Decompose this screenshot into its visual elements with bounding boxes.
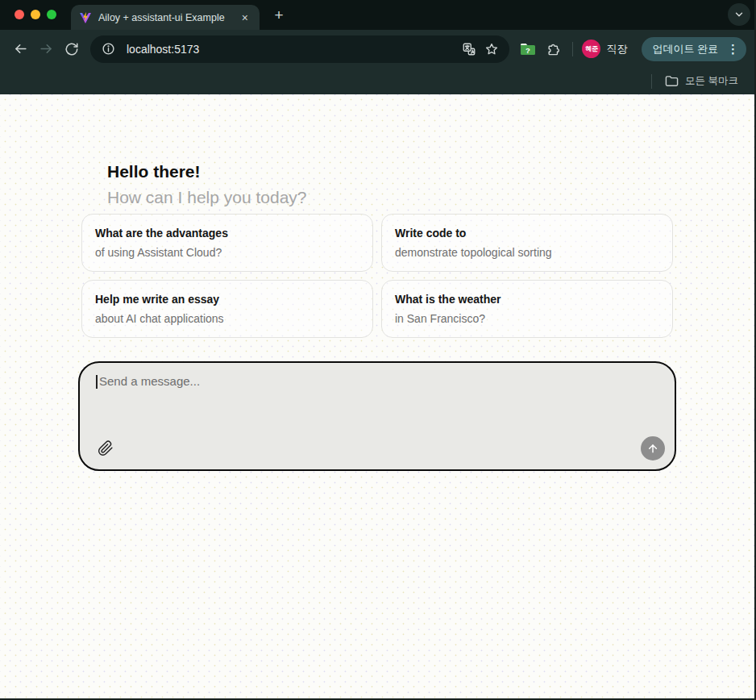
suggestion-card-essay[interactable]: Help me write an essay about AI chat app…: [81, 280, 373, 338]
tab-search-button[interactable]: [728, 3, 750, 26]
suggestion-card-assistant-cloud[interactable]: What are the advantages of using Assista…: [81, 214, 373, 272]
chevron-down-icon: [733, 9, 745, 20]
attach-file-button[interactable]: [93, 436, 118, 460]
profile-name: 직장: [606, 42, 627, 56]
welcome-subtitle: How can I help you today?: [107, 184, 676, 210]
favicon-ailoy-icon: [79, 11, 92, 24]
close-window-button[interactable]: [15, 10, 24, 19]
message-composer: [78, 361, 676, 471]
browser-tab[interactable]: Ailoy + assistant-ui Example ×: [71, 5, 260, 30]
window-controls: [15, 10, 56, 19]
suggestion-card-write-code[interactable]: Write code to demonstrate topological so…: [381, 214, 673, 272]
chat-welcome-screen: Hello there! How can I help you today? W…: [78, 94, 676, 471]
new-tab-button[interactable]: +: [268, 4, 290, 27]
message-input[interactable]: [98, 373, 660, 423]
tab-title: Ailoy + assistant-ui Example: [98, 12, 232, 23]
paperclip-icon: [98, 440, 114, 456]
suggestion-line2: about AI chat applications: [95, 312, 359, 326]
suggestion-line2: of using Assistant Cloud?: [95, 246, 359, 260]
profile-avatar: 혜준: [582, 40, 600, 58]
site-info-icon[interactable]: [97, 38, 119, 60]
browser-toolbar: localhost:5173 ?: [0, 30, 754, 68]
url-text: localhost:5173: [127, 43, 458, 56]
profile-button[interactable]: 혜준 직장: [579, 37, 633, 60]
suggestion-line1: What is the weather: [395, 293, 659, 306]
bookmarks-bar: 모든 북마크: [0, 68, 754, 94]
suggestion-line2: in San Francisco?: [395, 312, 659, 326]
reload-icon: [64, 42, 79, 56]
welcome-title: Hello there!: [107, 159, 676, 184]
welcome-message: Hello there! How can I help you today?: [107, 159, 676, 210]
puzzle-piece-icon: [546, 41, 562, 56]
web-page: Hello there! How can I help you today? W…: [0, 94, 754, 698]
translate-icon[interactable]: [458, 38, 480, 60]
svg-text:?: ?: [525, 45, 530, 54]
kebab-menu-icon[interactable]: ⋮: [725, 42, 741, 56]
reload-button[interactable]: [60, 37, 84, 61]
maximize-window-button[interactable]: [47, 10, 56, 19]
suggestion-grid: What are the advantages of using Assista…: [78, 214, 676, 338]
all-bookmarks-button[interactable]: 모든 북마크: [660, 71, 743, 91]
address-bar[interactable]: localhost:5173: [90, 35, 509, 63]
bookmarks-divider: [651, 74, 652, 89]
back-arrow-icon: [13, 41, 28, 56]
green-folder-question-icon: ?: [520, 42, 536, 56]
suggestion-line1: What are the advantages: [95, 227, 359, 240]
update-label: 업데이트 완료: [652, 42, 718, 56]
send-message-button[interactable]: [641, 436, 665, 460]
tab-strip: Ailoy + assistant-ui Example × +: [0, 0, 754, 30]
bookmark-star-icon[interactable]: [480, 38, 503, 60]
suggestion-line2: demonstrate topological sorting: [395, 246, 659, 260]
folder-icon: [665, 75, 679, 87]
extension-helper-button[interactable]: ?: [516, 37, 540, 61]
back-button[interactable]: [8, 37, 32, 61]
minimize-window-button[interactable]: [31, 10, 40, 19]
chrome-update-button[interactable]: 업데이트 완료 ⋮: [642, 37, 746, 61]
suggestion-card-weather[interactable]: What is the weather in San Francisco?: [381, 280, 673, 338]
extensions-button[interactable]: [542, 37, 566, 61]
arrow-up-icon: [646, 442, 659, 455]
suggestion-line1: Write code to: [395, 227, 659, 240]
forward-button[interactable]: [34, 37, 58, 61]
tab-close-icon[interactable]: ×: [239, 10, 251, 25]
suggestion-line1: Help me write an essay: [95, 293, 359, 306]
all-bookmarks-label: 모든 북마크: [685, 74, 738, 88]
forward-arrow-icon: [39, 41, 54, 56]
toolbar-divider: [572, 42, 573, 56]
browser-window: Ailoy + assistant-ui Example × +: [0, 0, 756, 700]
